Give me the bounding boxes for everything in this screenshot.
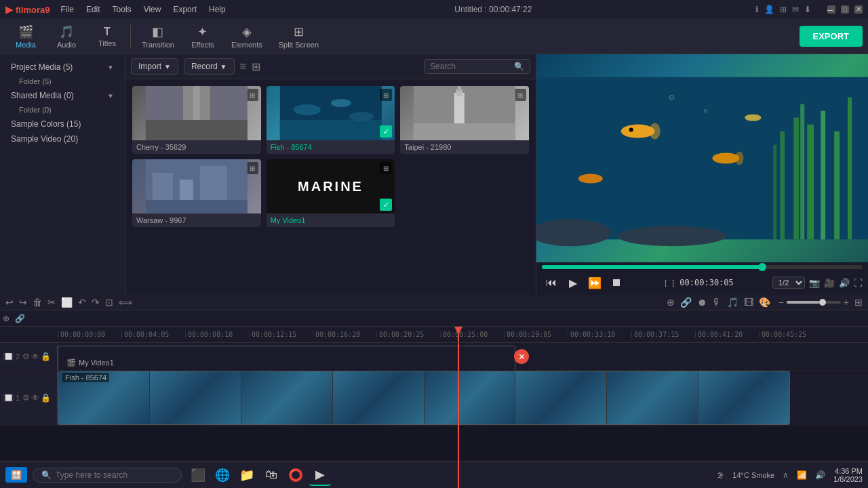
fit-icon[interactable]: ⊞ <box>854 297 863 308</box>
search-input[interactable] <box>430 62 511 71</box>
track-2-lock[interactable]: 🔒 <box>41 352 51 361</box>
sample-video-item[interactable]: Sample Video (20) <box>0 131 125 146</box>
preview-handle[interactable] <box>758 263 766 271</box>
zoom-slider-handle[interactable] <box>819 299 826 306</box>
mail-icon[interactable]: ✉ <box>792 5 799 14</box>
taskbar-explorer[interactable]: 📁 <box>236 464 258 486</box>
toolbar-media[interactable]: 🎬 Media <box>5 22 46 52</box>
help-icon[interactable]: ℹ <box>755 5 759 14</box>
zoom-in-icon[interactable]: + <box>844 297 849 308</box>
minimize-button[interactable]: ─ <box>827 5 835 14</box>
camera-icon[interactable]: 🎥 <box>824 278 835 288</box>
split-icon[interactable]: ⬜ <box>61 297 73 308</box>
svg-rect-22 <box>807 125 814 240</box>
add-track-icon[interactable]: ⊕ <box>667 297 675 308</box>
taskbar-filmora[interactable]: ▶ <box>309 464 331 486</box>
toolbar-titles[interactable]: T Titles <box>87 23 127 50</box>
track-1-lock[interactable]: 🔒 <box>41 393 51 403</box>
redo-icon[interactable]: ↪ <box>19 297 27 308</box>
taskbar-search-input[interactable] <box>56 470 164 480</box>
taskbar-store[interactable]: 🛍 <box>260 464 282 486</box>
zoom-out-icon[interactable]: − <box>778 297 784 308</box>
skip-back-button[interactable]: ⏮ <box>542 273 561 292</box>
color-icon[interactable]: 🎨 <box>759 297 770 308</box>
export-button[interactable]: EXPORT <box>800 26 863 47</box>
bracket-right: ] <box>672 279 674 287</box>
svg-rect-19 <box>536 77 868 240</box>
taskbar-taskview[interactable]: ⬛ <box>187 464 209 486</box>
rotate-left-icon[interactable]: ↶ <box>78 297 86 308</box>
maximize-button[interactable]: □ <box>841 5 849 14</box>
menu-edit[interactable]: Edit <box>81 3 106 16</box>
toolbar-splitscreen[interactable]: ⊞ Split Screen <box>271 22 327 52</box>
grid-icon[interactable]: ⊞ <box>780 5 787 14</box>
toolbar-elements[interactable]: ◈ Elements <box>223 22 271 52</box>
toolbar-transition[interactable]: ◧ Transition <box>134 22 182 52</box>
fish-thumbnail: ⊞ ✓ <box>267 86 395 140</box>
search-box[interactable]: 🔍 <box>424 59 530 74</box>
delete-icon[interactable]: 🗑 <box>33 297 42 308</box>
media-thumb-fish[interactable]: ⊞ ✓ Fish - 85674 <box>267 86 395 154</box>
cut-icon[interactable]: ✂ <box>47 297 56 308</box>
play-button[interactable]: ▶ <box>564 273 583 292</box>
menu-view[interactable]: View <box>138 3 167 16</box>
fullscreen-icon[interactable]: ⛶ <box>854 278 863 288</box>
grid-view-icon[interactable]: ⊞ <box>252 60 260 73</box>
media-thumb-taipei[interactable]: ⊞ Taipei - 21980 <box>400 86 529 154</box>
track-1-settings[interactable]: ⚙ <box>22 393 30 403</box>
toolbar-effects[interactable]: ✦ Effects <box>182 22 223 52</box>
folder-5-item[interactable]: Folder (5) <box>0 75 125 88</box>
menu-file[interactable]: File <box>56 3 79 16</box>
menu-tools[interactable]: Tools <box>107 3 137 16</box>
link-tracks-icon[interactable]: 🔗 <box>15 314 25 323</box>
add-video-track-icon[interactable]: ⊕ <box>3 314 9 323</box>
menu-export[interactable]: Export <box>167 3 202 16</box>
volume-icon[interactable]: 🔊 <box>839 278 850 288</box>
undo-icon[interactable]: ↩ <box>5 297 14 308</box>
quality-select[interactable]: 1/2 1/4 Full <box>772 277 805 289</box>
taskbar-edge[interactable]: 🌐 <box>212 464 233 486</box>
track-1-clip[interactable]: Fish - 85674 <box>58 371 790 425</box>
transition-icon: ◧ <box>152 24 163 39</box>
clip-delete-button[interactable]: ✕ <box>514 349 529 364</box>
track-1-eye[interactable]: 👁 <box>31 393 39 403</box>
music-icon[interactable]: 🎵 <box>727 297 738 308</box>
track-2-eye[interactable]: 👁 <box>31 352 39 361</box>
marine-check-icon: ✓ <box>380 199 392 211</box>
rotate-right-icon[interactable]: ↷ <box>92 297 100 308</box>
snapshot-icon[interactable]: 📷 <box>809 278 820 288</box>
sample-colors-item[interactable]: Sample Colors (15) <box>0 117 125 131</box>
record-timeline-icon[interactable]: ⏺ <box>697 297 707 308</box>
taskbar-search[interactable]: 🔍 <box>33 468 182 483</box>
record-button[interactable]: Record ▼ <box>184 58 235 75</box>
filter-icon[interactable]: ≡ <box>240 60 246 73</box>
media-thumb-marine[interactable]: ⊞ ✓ MARINE My Video1 <box>267 159 395 227</box>
ruler-9: 00:00:37:15 <box>631 331 695 338</box>
fast-forward-button[interactable]: ⏩ <box>585 273 604 292</box>
toolbar-audio[interactable]: 🎵 Audio <box>46 22 87 52</box>
download-icon[interactable]: ⬇ <box>804 5 811 14</box>
import-button[interactable]: Import ▼ <box>131 58 178 75</box>
taskbar-chrome[interactable]: ⭕ <box>285 464 307 486</box>
voiceover-icon[interactable]: 🎙 <box>712 297 722 308</box>
media-thumb-warsaw[interactable]: ⊞ Warsaw - 9967 <box>132 159 261 227</box>
track-2-settings[interactable]: ⚙ <box>22 352 30 361</box>
elements-label: Elements <box>231 41 262 49</box>
start-button[interactable]: 🪟 <box>5 467 27 483</box>
magnet-icon[interactable]: 🔗 <box>680 297 692 308</box>
shared-media-item[interactable]: Shared Media (0) ▼ <box>0 88 125 103</box>
media-thumb-cherry[interactable]: ⊞ Cherry - 35629 <box>132 86 261 154</box>
project-media-item[interactable]: Project Media (5) ▼ <box>0 60 125 75</box>
shared-media-label: Shared Media (0) <box>11 91 74 100</box>
account-icon[interactable]: 👤 <box>764 5 774 14</box>
preview-progress-bar[interactable] <box>542 265 863 269</box>
stop-button[interactable]: ⏹ <box>607 273 626 292</box>
folder-0-item[interactable]: Folder (0) <box>0 103 125 117</box>
close-button[interactable]: ✕ <box>854 5 863 14</box>
speed-icon[interactable]: ⟺ <box>119 297 132 308</box>
toolbar-divider-1 <box>130 24 131 49</box>
bracket-left: [ <box>665 279 667 287</box>
scene-detect-icon[interactable]: 🎞 <box>744 297 753 308</box>
crop-icon[interactable]: ⊡ <box>105 297 113 308</box>
menu-help[interactable]: Help <box>203 3 231 16</box>
